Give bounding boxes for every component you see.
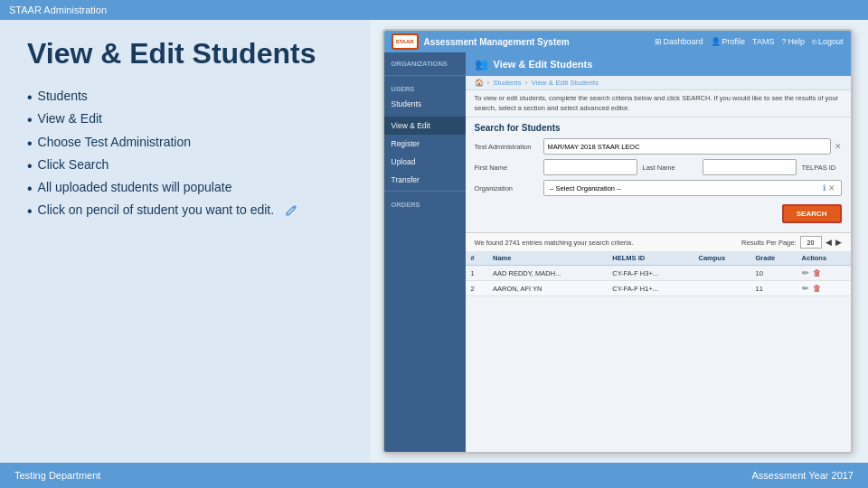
page-title: View & Edit Students bbox=[27, 38, 344, 70]
right-panel: STAAR Assessment Management System ⊞ Das… bbox=[371, 20, 868, 488]
results-header: We found 2741 entries matching your sear… bbox=[466, 232, 851, 251]
nav-help[interactable]: ? Help bbox=[781, 37, 805, 46]
list-item: All uploaded students will populate bbox=[27, 177, 344, 200]
bullet-list: Students View & Edit Choose Test Adminis… bbox=[27, 86, 344, 222]
row2-helms: CY-FA-F H1+... bbox=[607, 281, 693, 296]
pencil-icon bbox=[285, 204, 297, 217]
top-bar: STAAR Administration bbox=[0, 0, 868, 20]
search-button[interactable]: SEARCH bbox=[782, 204, 842, 223]
pagination-prev[interactable]: ◀ bbox=[826, 238, 832, 247]
profile-icon: 👤 bbox=[711, 37, 721, 46]
sidebar-section-users: Users Students bbox=[384, 78, 466, 117]
org-selector[interactable]: -- Select Organization -- ℹ ✕ bbox=[543, 180, 842, 196]
row2-name: AARON, AFI YN bbox=[487, 281, 607, 296]
sidebar-item-register[interactable]: Register bbox=[384, 135, 466, 153]
action-icons: ✏ 🗑 bbox=[802, 284, 845, 293]
browser-mockup: STAAR Assessment Management System ⊞ Das… bbox=[382, 29, 853, 454]
breadcrumb: 🏠 › Students › View & Edit Students bbox=[466, 76, 851, 90]
pagination-next[interactable]: ▶ bbox=[835, 238, 842, 247]
footer-left: Testing Department bbox=[14, 470, 100, 481]
row1-name: AAD REDDY, MADH... bbox=[487, 266, 607, 281]
row2-grade: 11 bbox=[750, 281, 797, 296]
row1-campus bbox=[693, 266, 750, 281]
edit-pencil-button[interactable]: ✏ bbox=[802, 268, 809, 277]
row1-grade: 10 bbox=[750, 266, 797, 281]
nav-logout[interactable]: ⎋ Logout bbox=[812, 37, 844, 46]
nav-tams[interactable]: TAMS bbox=[752, 37, 774, 46]
sidebar-item-upload[interactable]: Upload bbox=[384, 153, 466, 171]
clear-org-icon[interactable]: ✕ bbox=[828, 183, 835, 192]
last-name-input[interactable] bbox=[703, 159, 797, 175]
app-main: 👥 View & Edit Students 🏠 › Students › Vi… bbox=[466, 52, 851, 454]
test-admin-label: Test Administration bbox=[475, 143, 538, 151]
per-page-input[interactable] bbox=[800, 236, 822, 249]
app-page-header: 👥 View & Edit Students bbox=[466, 52, 851, 76]
col-num: # bbox=[466, 251, 488, 266]
sidebar-section-title: Organizations bbox=[384, 56, 466, 70]
browser-nav: STAAR Assessment Management System ⊞ Das… bbox=[384, 31, 851, 52]
clear-icon[interactable]: ✕ bbox=[835, 142, 842, 151]
breadcrumb-view-edit: View & Edit Students bbox=[531, 79, 599, 87]
row2-actions: ✏ 🗑 bbox=[797, 281, 851, 296]
sidebar-divider-2 bbox=[384, 191, 466, 192]
nav-dashboard[interactable]: ⊞ Dashboard bbox=[655, 37, 703, 46]
form-row-test-admin: Test Administration ✕ bbox=[475, 138, 842, 155]
sidebar-section-orders: Orders bbox=[384, 193, 466, 214]
logout-icon: ⎋ bbox=[812, 37, 816, 46]
telpas-id-label: TELPAS ID bbox=[802, 164, 847, 172]
staar-logo: STAAR bbox=[392, 33, 419, 50]
sidebar-item-view-edit[interactable]: View & Edit bbox=[384, 117, 466, 135]
sidebar-divider bbox=[384, 75, 466, 76]
results-table: # Name HELMS ID Campus Grade Actions 1 bbox=[466, 251, 851, 296]
app-page-header-title: View & Edit Students bbox=[494, 59, 593, 70]
test-admin-select[interactable] bbox=[543, 138, 831, 155]
browser-nav-right: ⊞ Dashboard 👤 Profile TAMS ? Help bbox=[655, 37, 844, 46]
list-item: View & Edit bbox=[27, 108, 344, 131]
footer-right: Assessment Year 2017 bbox=[751, 470, 854, 481]
row1-helms: CY-FA-F H3+... bbox=[607, 266, 693, 281]
col-name: Name bbox=[487, 251, 607, 266]
row2-campus bbox=[693, 281, 750, 296]
main-content: View & Edit Students Students View & Edi… bbox=[0, 20, 868, 488]
breadcrumb-students[interactable]: Students bbox=[493, 79, 522, 87]
breadcrumb-home-icon: 🏠 bbox=[475, 79, 484, 87]
nav-profile[interactable]: 👤 Profile bbox=[711, 37, 746, 46]
description-text: To view or edit students, complete the s… bbox=[466, 90, 851, 117]
help-icon: ? bbox=[781, 37, 786, 46]
students-label: Students bbox=[392, 99, 422, 108]
browser-brand: Assessment Management System bbox=[424, 37, 570, 47]
org-selector-text: -- Select Organization -- bbox=[550, 184, 622, 192]
sidebar-section-organizations: Organizations bbox=[384, 52, 466, 73]
form-row-org: Organization -- Select Organization -- ℹ… bbox=[475, 180, 842, 196]
col-helms-id: HELMS ID bbox=[607, 251, 693, 266]
col-actions: Actions bbox=[797, 251, 851, 266]
table-row: 2 AARON, AFI YN CY-FA-F H1+... 11 ✏ 🗑 bbox=[466, 281, 851, 296]
results-found-text: We found 2741 entries matching your sear… bbox=[475, 239, 634, 247]
row2-num: 2 bbox=[466, 281, 488, 296]
col-grade: Grade bbox=[750, 251, 797, 266]
list-item: Click on pencil of student you want to e… bbox=[27, 200, 344, 222]
results-per-page: Results Per Page: ◀ ▶ bbox=[741, 236, 841, 249]
row1-num: 1 bbox=[466, 266, 488, 281]
table-row: 1 AAD REDDY, MADH... CY-FA-F H3+... 10 ✏… bbox=[466, 266, 851, 281]
top-bar-title: STAAR Administration bbox=[9, 5, 107, 15]
search-form: Search for Students Test Administration … bbox=[466, 117, 851, 232]
list-item: Click Search bbox=[27, 155, 344, 177]
delete-trash-button[interactable]: 🗑 bbox=[813, 268, 821, 277]
first-name-label: First Name bbox=[475, 164, 538, 172]
first-name-input[interactable] bbox=[543, 159, 637, 175]
sidebar-item-transfer[interactable]: Transfer bbox=[384, 171, 466, 189]
sidebar-item-students[interactable]: Students bbox=[384, 95, 466, 113]
app-sidebar: Organizations Users Students View & Edit… bbox=[384, 52, 466, 454]
list-item: Choose Test Administration bbox=[27, 132, 344, 155]
row1-actions: ✏ 🗑 bbox=[797, 266, 851, 281]
app-layout: Organizations Users Students View & Edit… bbox=[384, 52, 851, 454]
left-panel: View & Edit Students Students View & Edi… bbox=[0, 20, 371, 488]
org-label: Organization bbox=[475, 184, 538, 192]
action-icons: ✏ 🗑 bbox=[802, 268, 845, 277]
info-icon[interactable]: ℹ bbox=[823, 183, 826, 192]
form-row-names: First Name Last Name TELPAS ID Grade Sel… bbox=[475, 159, 842, 175]
edit-pencil-button[interactable]: ✏ bbox=[802, 284, 809, 293]
search-button-row: SEARCH bbox=[475, 201, 842, 227]
delete-trash-button[interactable]: 🗑 bbox=[813, 284, 821, 293]
